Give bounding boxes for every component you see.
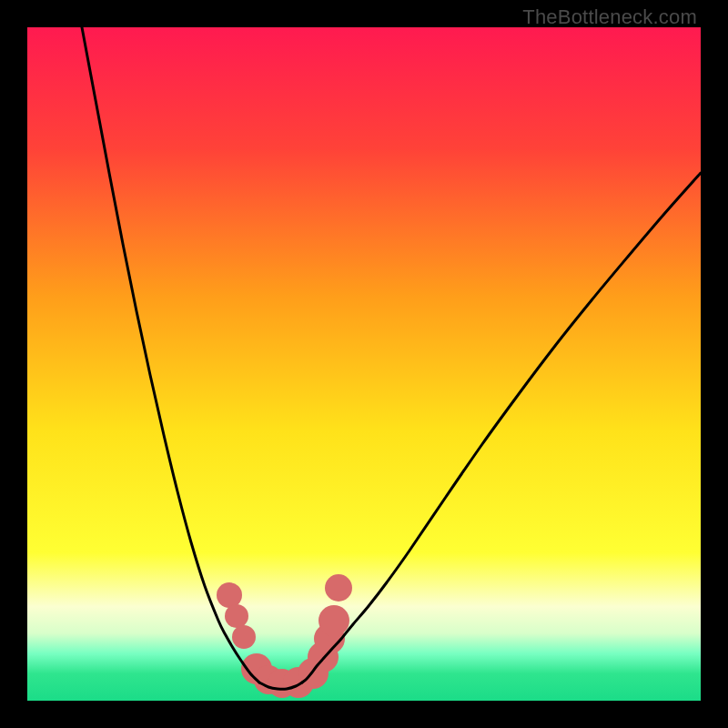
data-marker: [232, 625, 256, 649]
chart-frame: TheBottleneck.com: [0, 0, 728, 728]
data-marker: [325, 574, 352, 602]
background-gradient: [27, 27, 701, 701]
watermark-text: TheBottleneck.com: [522, 5, 697, 29]
data-marker: [318, 605, 349, 636]
data-marker: [225, 604, 248, 628]
plot-area: [27, 27, 701, 701]
data-marker: [217, 582, 242, 608]
chart-svg: [27, 27, 701, 701]
